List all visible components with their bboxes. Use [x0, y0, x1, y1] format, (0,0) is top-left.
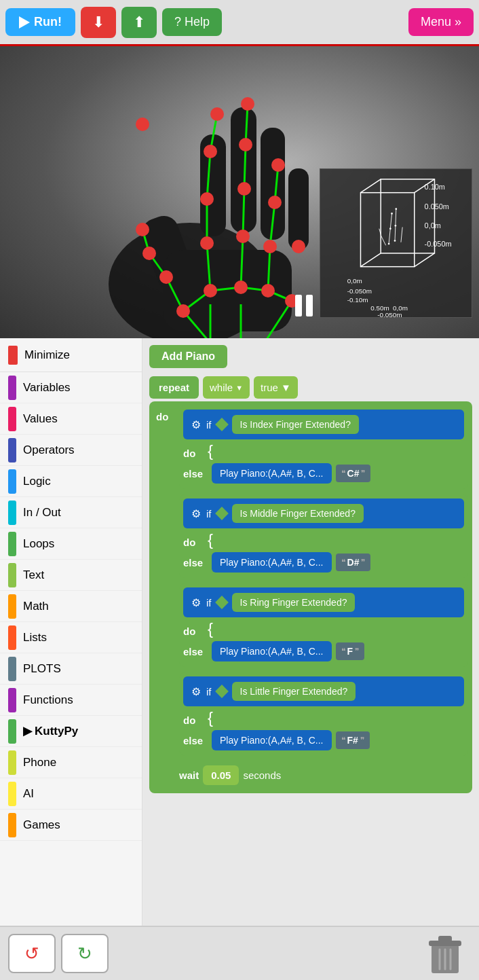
sidebar-item-lists[interactable]: Lists — [0, 622, 142, 653]
wait-value-block[interactable]: 0.05 — [203, 765, 239, 785]
play-piano-label-2: Play Piano:(A,A#, B, C... — [220, 557, 324, 568]
while-dropdown[interactable]: while ▼ — [203, 376, 250, 399]
if-diamond-2 — [215, 507, 229, 520]
svg-rect-61 — [360, 193, 414, 267]
wait-value: 0.05 — [211, 769, 231, 781]
svg-point-41 — [263, 240, 277, 253]
play-piano-btn-4[interactable]: Play Piano:(A,A#, B, C... — [212, 730, 332, 750]
undo-button[interactable]: ↺ — [8, 934, 56, 973]
note-block-1[interactable]: ❝ C# ❞ — [336, 465, 371, 482]
sidebar-item-label: Games — [23, 818, 60, 832]
download-button[interactable]: ⬇ — [81, 7, 116, 38]
redo-button[interactable]: ↻ — [61, 934, 109, 973]
curly-2: { — [206, 532, 214, 548]
sidebar-item-label: Variables — [23, 381, 71, 395]
sidebar-item-plots[interactable]: PLOTS — [0, 653, 142, 685]
quote-open-1: ❝ — [341, 469, 345, 478]
svg-text:-0.10m: -0.10m — [347, 296, 368, 304]
add-piano-button[interactable]: Add Piano — [149, 345, 227, 368]
loops-color-bar — [8, 532, 16, 556]
if-block-4: ⚙ if Is Little Finger Extended? do { els… — [179, 672, 468, 756]
if-condition-4[interactable]: ⚙ if Is Little Finger Extended? — [183, 676, 464, 706]
if-condition-1[interactable]: ⚙ if Is Index Finger Extended? — [183, 410, 464, 439]
svg-point-75 — [391, 213, 393, 215]
sidebar-item-ai[interactable]: AI — [0, 778, 142, 810]
svg-rect-82 — [438, 936, 452, 942]
if-label-2: if — [206, 508, 212, 520]
play-piano-btn-3[interactable]: Play Piano:(A,A#, B, C... — [212, 641, 332, 661]
play-piano-btn-2[interactable]: Play Piano:(A,A#, B, C... — [212, 552, 332, 573]
menu-button[interactable]: Menu » — [408, 8, 474, 36]
svg-point-77 — [395, 208, 397, 210]
do-label-4: do — [183, 709, 202, 726]
condition-text-1: Is Index Finger Extended? — [232, 415, 359, 434]
sidebar-item-math[interactable]: Math — [0, 591, 142, 622]
note-value-1: C# — [347, 468, 360, 479]
sidebar-item-label: PLOTS — [23, 662, 61, 676]
true-dropdown[interactable]: true ▼ — [254, 376, 298, 399]
sidebar-item-label: Phone — [23, 756, 56, 769]
sidebar-item-games[interactable]: Games — [0, 810, 142, 841]
else-label-4: else — [183, 735, 208, 746]
note-block-4[interactable]: ❝ F# ❞ — [336, 731, 370, 749]
upload-button[interactable]: ⬆ — [121, 7, 157, 38]
svg-text:-0.050m: -0.050m — [377, 311, 402, 317]
pause-icon[interactable] — [295, 295, 313, 316]
download-icon: ⬇ — [92, 14, 104, 31]
quote-open-2: ❝ — [341, 558, 345, 567]
note-block-3[interactable]: ❝ F ❞ — [336, 642, 365, 660]
values-color-bar — [8, 407, 16, 431]
play-triangle-icon — [19, 16, 30, 29]
help-label: ? Help — [174, 15, 210, 29]
kuttypy-play-icon: ▶ — [23, 724, 32, 738]
seconds-label: seconds — [243, 769, 281, 781]
sidebar-item-variables[interactable]: Variables — [0, 372, 142, 403]
3d-box-overlay: 0.10m 0.050m 0,0m -0.050m 0,0m -0.050m -… — [320, 168, 472, 318]
svg-line-69 — [395, 225, 396, 240]
play-piano-btn-1[interactable]: Play Piano:(A,A#, B, C... — [212, 463, 332, 484]
help-button[interactable]: ? Help — [162, 8, 222, 36]
svg-text:-0.050m: -0.050m — [347, 287, 372, 295]
sidebar-item-label: Logic — [23, 475, 51, 488]
minimize-label: Minimize — [24, 348, 70, 362]
sidebar-item-kuttypy[interactable]: ▶ KuttyPy — [0, 716, 142, 747]
sidebar-item-operators[interactable]: Operators — [0, 435, 142, 466]
svg-line-18 — [243, 189, 244, 236]
quote-close-3: ❞ — [355, 647, 359, 656]
note-block-2[interactable]: ❝ D# ❞ — [336, 553, 371, 571]
sidebar-item-label: Text — [23, 568, 44, 582]
if-condition-2[interactable]: ⚙ if Is Middle Finger Extended? — [183, 498, 464, 528]
svg-point-38 — [292, 240, 305, 253]
svg-point-29 — [210, 107, 224, 121]
true-label: true — [261, 382, 278, 393]
play-piano-label-4: Play Piano:(A,A#, B, C... — [220, 735, 324, 746]
quote-open-4: ❝ — [341, 736, 345, 745]
sidebar-item-inout[interactable]: In / Out — [0, 497, 142, 528]
if-condition-3[interactable]: ⚙ if Is Ring Finger Extended? — [183, 587, 464, 617]
svg-point-79 — [394, 240, 396, 242]
svg-point-31 — [271, 158, 285, 172]
svg-point-48 — [142, 247, 156, 260]
svg-point-40 — [236, 230, 250, 243]
pause-bar-left — [295, 295, 302, 316]
sidebar-item-loops[interactable]: Loops — [0, 528, 142, 560]
condition-text-3: Is Ring Finger Extended? — [232, 593, 356, 612]
svg-point-34 — [239, 138, 252, 151]
trash-icon[interactable] — [425, 932, 465, 977]
if-diamond-4 — [215, 685, 229, 698]
if-label-3: if — [206, 597, 212, 609]
quote-close-4: ❞ — [360, 736, 364, 745]
sidebar-item-functions[interactable]: Functions — [0, 685, 142, 716]
minimize-color-bar — [8, 346, 18, 365]
svg-point-43 — [234, 280, 248, 294]
sidebar-minimize-button[interactable]: Minimize — [0, 338, 142, 372]
phone-color-bar — [8, 750, 16, 775]
sidebar-item-values[interactable]: Values — [0, 403, 142, 435]
camera-view: 0.10m 0.050m 0,0m -0.050m 0,0m -0.050m -… — [0, 46, 479, 338]
sidebar-item-phone[interactable]: Phone — [0, 747, 142, 778]
play-piano-label-1: Play Piano:(A,A#, B, C... — [220, 468, 324, 479]
sidebar-item-logic[interactable]: Logic — [0, 466, 142, 497]
do-inner-2: do { — [183, 530, 464, 549]
run-button[interactable]: Run! — [5, 8, 75, 36]
sidebar-item-text[interactable]: Text — [0, 560, 142, 591]
